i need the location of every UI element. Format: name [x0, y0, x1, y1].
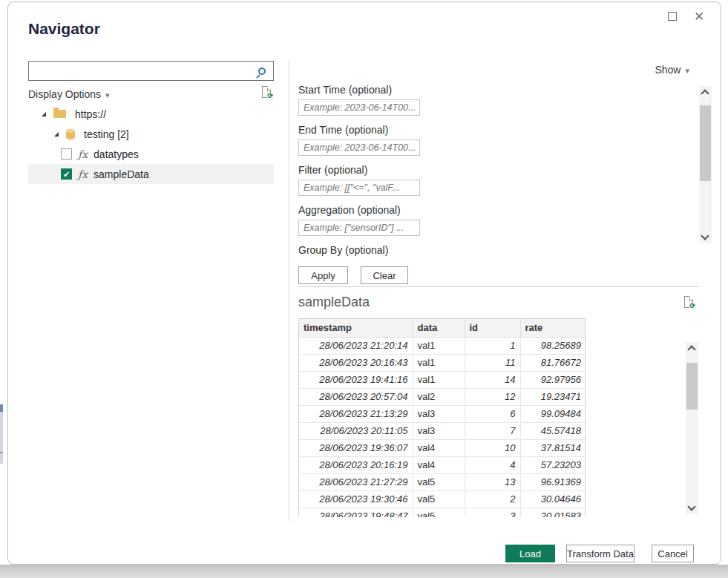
aggregation-label: Aggregation (optional): [298, 204, 580, 216]
apply-button[interactable]: Apply: [298, 266, 348, 284]
table-row: 28/06/2023 20:11:05 val3 7 45.57418: [299, 422, 586, 439]
tree-item-testing[interactable]: testing [2]: [28, 124, 274, 144]
preview-divider: [298, 286, 699, 287]
expand-caret-icon[interactable]: [42, 112, 46, 116]
preview-refresh-icon[interactable]: [684, 296, 694, 308]
cell-data: val3: [413, 405, 465, 422]
cell-timestamp: 28/06/2023 20:57:04: [299, 388, 413, 405]
scroll-down-arrow[interactable]: [686, 502, 698, 514]
cell-data: val4: [413, 456, 465, 473]
cell-id: 13: [465, 473, 520, 490]
table-scrollbar[interactable]: [686, 342, 698, 514]
cell-data: val5: [413, 508, 465, 517]
cell-id: 3: [465, 508, 520, 517]
table-row: 28/06/2023 20:16:19 val4 4 57.23203: [299, 456, 586, 473]
cell-id: 4: [465, 456, 520, 473]
cell-id: 12: [465, 388, 520, 405]
show-label: Show: [655, 64, 681, 76]
cell-rate: 57.23203: [520, 456, 586, 473]
search-input[interactable]: [29, 62, 258, 80]
refresh-arrow-icon: [689, 303, 695, 309]
tree-item-label: testing [2]: [84, 128, 129, 140]
cell-rate: 30.04646: [520, 490, 586, 508]
table-header-row: timestamp data id rate: [299, 319, 586, 337]
cell-rate: 20.01583: [520, 508, 586, 517]
group-by-label: Group By (optional): [298, 244, 580, 256]
scroll-up-arrow[interactable]: [699, 86, 712, 98]
cell-rate: 98.25689: [520, 337, 586, 354]
close-icon: [694, 10, 704, 23]
scroll-up-arrow[interactable]: [686, 342, 698, 354]
cell-timestamp: 28/06/2023 19:30:46: [299, 490, 413, 508]
tree-item-label: sampleData: [94, 168, 149, 180]
end-time-field[interactable]: [298, 139, 420, 156]
cell-data: val3: [413, 422, 465, 439]
tree-item-https[interactable]: https://: [28, 104, 274, 124]
scroll-down-arrow[interactable]: [699, 231, 712, 243]
end-time-label: End Time (optional): [298, 124, 580, 136]
tree-item-sampledata[interactable]: ƒx sampleData: [28, 164, 274, 184]
cancel-button[interactable]: Cancel: [652, 545, 694, 562]
tree-item-datatypes[interactable]: ƒx datatypes: [28, 144, 274, 164]
transform-data-button[interactable]: Transform Data: [566, 545, 634, 562]
scrollbar-thumb[interactable]: [686, 363, 698, 410]
cell-id: 1: [465, 337, 520, 354]
parameters-form: Start Time (optional) End Time (optional…: [298, 84, 580, 284]
expand-caret-icon[interactable]: [54, 132, 59, 137]
table-row: 28/06/2023 21:20:14 val1 1 98.25689: [299, 337, 586, 354]
background-window-sliver: [0, 404, 3, 464]
table-row: 28/06/2023 20:16:43 val1 11 81.76672: [299, 354, 586, 371]
scrollbar-thumb[interactable]: [700, 105, 711, 181]
chevron-down-icon: [687, 502, 695, 510]
close-button[interactable]: [691, 8, 707, 24]
sampledata-checkbox[interactable]: [61, 168, 72, 180]
column-header-timestamp: timestamp: [299, 319, 413, 337]
clear-button[interactable]: Clear: [361, 266, 408, 284]
display-options-label: Display Options: [28, 88, 101, 100]
cell-id: 2: [465, 490, 520, 508]
table-row: 28/06/2023 19:48:47 val5 3 20.01583: [299, 508, 586, 517]
maximize-button[interactable]: [664, 8, 681, 24]
refresh-icon[interactable]: [262, 86, 272, 98]
cell-data: val1: [413, 337, 465, 354]
maximize-icon: [668, 12, 677, 21]
column-header-data: data: [413, 319, 465, 337]
aggregation-field[interactable]: [298, 220, 420, 236]
cell-data: val2: [413, 388, 465, 405]
navigator-dialog: Navigator Display Options https:// testi…: [7, 1, 721, 565]
tree-item-label: datatypes: [94, 148, 139, 160]
table-row: 28/06/2023 19:36:07 val4 10 37.81514: [299, 439, 586, 456]
cell-timestamp: 28/06/2023 20:16:43: [299, 354, 413, 371]
show-dropdown[interactable]: Show: [655, 64, 689, 76]
table-row: 28/06/2023 21:27:29 val5 13 96.91369: [299, 473, 586, 490]
search-icon[interactable]: [258, 68, 266, 75]
datatypes-checkbox[interactable]: [61, 148, 72, 160]
chevron-up-icon: [701, 89, 709, 97]
start-time-label: Start Time (optional): [298, 84, 580, 96]
cell-rate: 45.57418: [520, 422, 586, 439]
form-scrollbar[interactable]: [699, 86, 712, 243]
display-options-dropdown[interactable]: Display Options: [28, 88, 110, 100]
cell-timestamp: 28/06/2023 21:13:29: [299, 405, 413, 422]
cell-timestamp: 28/06/2023 19:41:16: [299, 371, 413, 388]
folder-icon: [53, 110, 66, 118]
column-header-rate: rate: [520, 319, 586, 337]
load-button[interactable]: Load: [505, 545, 555, 562]
preview-header: sampleData: [298, 295, 699, 312]
search-box: [28, 61, 274, 81]
chevron-down-icon: [701, 231, 709, 240]
function-icon: ƒx: [78, 148, 88, 160]
cell-id: 10: [465, 439, 520, 456]
cell-rate: 92.97956: [520, 371, 586, 388]
start-time-field[interactable]: [298, 99, 420, 116]
cell-timestamp: 28/06/2023 20:16:19: [299, 456, 413, 473]
display-options-row: Display Options: [28, 88, 274, 104]
filter-field[interactable]: [298, 180, 420, 196]
cell-rate: 81.76672: [520, 354, 586, 371]
filter-label: Filter (optional): [298, 164, 580, 176]
table-row: 28/06/2023 20:57:04 val2 12 19.23471: [299, 388, 586, 405]
chevron-down-icon: [105, 91, 110, 99]
cell-rate: 99.09484: [520, 405, 586, 422]
cell-data: val1: [413, 354, 465, 371]
cell-rate: 19.23471: [520, 388, 586, 405]
